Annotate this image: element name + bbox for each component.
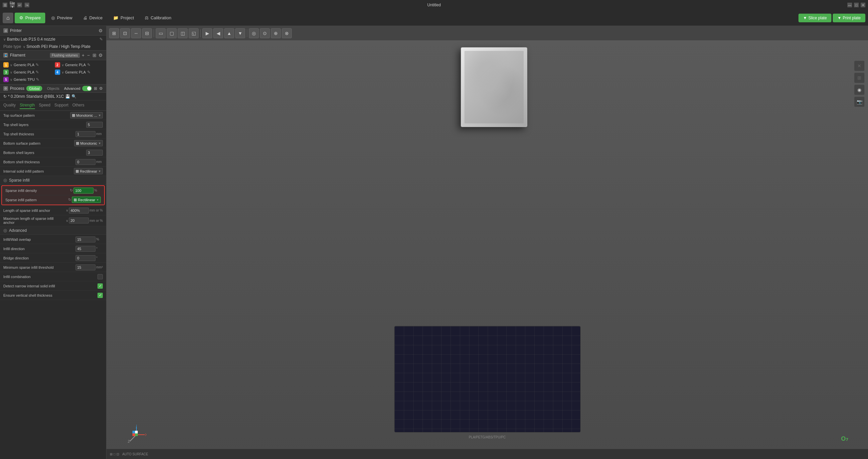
project-tab[interactable]: 📁 Project (108, 13, 138, 23)
vp-btn-10[interactable]: ◀ (213, 28, 223, 38)
vp-btn-15[interactable]: ⊕ (271, 28, 281, 38)
vp-btn-3[interactable]: ↔ (131, 28, 141, 38)
filament-item-3[interactable]: 3 ∨ Generic PLA ✎ (2, 69, 53, 75)
slice-button[interactable]: ▼ Slice plate (799, 13, 831, 22)
home-button[interactable]: ⌂ (3, 13, 13, 23)
calibration-tab[interactable]: ⚖ Calibration (140, 13, 176, 23)
process-compare-icon[interactable]: ⊞ (94, 86, 97, 91)
advanced-group-icon: ◎ (3, 228, 7, 233)
filament-item-1[interactable]: 1 ∨ Generic PLA ✎ (2, 62, 53, 68)
tab-support[interactable]: Support (54, 102, 68, 109)
remove-filament-button[interactable]: − (87, 52, 91, 59)
bottom-shell-layers-input[interactable] (86, 150, 103, 156)
detect-narrow-checkbox[interactable]: ✓ (97, 284, 103, 289)
printer-expand-icon[interactable]: ∨ (3, 38, 6, 41)
vp-btn-9[interactable]: ▶ (202, 28, 212, 38)
preview-tab[interactable]: ◎ Preview (46, 13, 77, 23)
svg-rect-9 (135, 431, 138, 433)
top-shell-thickness-value: mm (75, 131, 103, 137)
vp-btn-5[interactable]: ▭ (156, 28, 166, 38)
top-surface-pattern-dropdown[interactable]: ▦ Monotonic ... ▼ (70, 112, 103, 119)
process-settings-icon[interactable]: ⚙ (99, 86, 103, 91)
bottom-shell-thickness-input[interactable] (75, 159, 95, 165)
vp-btn-16[interactable]: ⊗ (282, 28, 292, 38)
filament-settings-icon[interactable]: ⚙ (98, 53, 103, 58)
bottom-surface-pattern-dropdown[interactable]: ▦ Monotonic ▼ (74, 140, 103, 146)
tab-speed[interactable]: Speed (39, 102, 51, 109)
min-sparse-infill-input[interactable] (75, 264, 95, 270)
close-button[interactable]: ✕ (861, 3, 865, 7)
ensure-vertical-checkbox[interactable]: ✓ (97, 293, 103, 298)
profile-save-icon[interactable]: 💾 (65, 94, 70, 99)
tab-strength[interactable]: Strength (20, 102, 35, 109)
add-filament-button[interactable]: + (81, 52, 85, 59)
flushing-volumes-button[interactable]: Flushing volumes (50, 53, 80, 58)
menu-button[interactable]: ☰ (3, 3, 7, 7)
vp-btn-8[interactable]: ◱ (189, 28, 198, 38)
filament-options-button[interactable]: ⊞ (92, 52, 97, 59)
internal-solid-infill-dropdown[interactable]: ▦ Rectilinear ▼ (74, 168, 103, 174)
device-label: Device (90, 15, 103, 20)
right-icon-2[interactable]: ◉ (854, 85, 865, 95)
filament-item-2[interactable]: 2 ∨ Generic PLA ✎ (54, 62, 104, 68)
prepare-tab[interactable]: ⚙ Prepare (14, 13, 45, 23)
maximize-button[interactable]: □ (854, 3, 859, 7)
filament-5-edit[interactable]: ✎ (36, 77, 39, 82)
filament-item-4[interactable]: 4 ∨ Generic PLA ✎ (54, 69, 104, 75)
filament-3-edit[interactable]: ✎ (36, 70, 39, 74)
right-icon-camera[interactable]: 📷 (854, 96, 865, 107)
vp-btn-13[interactable]: ◎ (249, 28, 259, 38)
vp-btn-7[interactable]: ◫ (178, 28, 188, 38)
max-anchor-length-input[interactable] (69, 218, 89, 224)
global-tab-pill[interactable]: Global (26, 86, 42, 91)
right-icon-close[interactable]: ✕ (854, 61, 865, 71)
objects-tab-pill[interactable]: Objects (44, 86, 62, 91)
vp-btn-11[interactable]: ▲ (224, 28, 234, 38)
vp-btn-4[interactable]: ⊟ (142, 28, 152, 38)
vp-btn-6[interactable]: ▢ (167, 28, 177, 38)
filament-icon: 🧵 (3, 53, 8, 58)
process-title-label: Process (10, 86, 24, 91)
plate-type-value[interactable]: ∨ Smooth PEI Plate / High Temp Plate (23, 44, 91, 49)
bridge-direction-input[interactable] (75, 255, 95, 261)
undo-button[interactable]: ↩ (17, 3, 22, 7)
tab-quality[interactable]: Quality (3, 102, 16, 109)
advanced-toggle[interactable] (82, 86, 92, 91)
origin-cube (132, 431, 141, 439)
dropdown-arrow: ▼ (98, 114, 101, 117)
calibration-icon: ⚖ (145, 15, 149, 20)
tab-others[interactable]: Others (72, 102, 84, 109)
device-tab[interactable]: 🖨 Device (79, 13, 107, 23)
profile-refresh-icon[interactable]: ↻ (3, 94, 7, 99)
filament-4-edit[interactable]: ✎ (87, 70, 91, 74)
3d-viewport[interactable]: ⊞ ⊡ ↔ ⊟ ▭ ▢ ◫ ◱ ▶ ◀ ▲ ▼ ◎ ⊙ ⊕ ⊗ (106, 26, 868, 459)
file-menu[interactable]: File ▾ (10, 3, 14, 7)
vp-btn-2[interactable]: ⊡ (120, 28, 130, 38)
vp-btn-12[interactable]: ▼ (235, 28, 245, 38)
calibration-label: Calibration (151, 15, 171, 20)
profile-search-icon[interactable]: 🔍 (71, 94, 76, 99)
printer-edit-icon[interactable]: ✎ (99, 37, 103, 41)
redo-button[interactable]: ↪ (25, 3, 29, 7)
minimize-button[interactable]: — (847, 3, 852, 7)
infill-direction-input[interactable] (75, 246, 95, 252)
sparse-infill-pattern-dropdown[interactable]: ▦ Rectilinear ▼ (72, 197, 101, 203)
infill-combination-checkbox[interactable] (97, 274, 103, 280)
top-shell-layers-input[interactable] (86, 122, 103, 128)
top-shell-thickness-input[interactable] (75, 131, 95, 137)
anchor-length-input[interactable] (69, 207, 89, 214)
filament-1-edit[interactable]: ✎ (36, 63, 39, 67)
profile-name: * 0.20mm Standard @BBL X1C (8, 94, 64, 99)
infill-wall-overlap-label: Infill/Wall overlap (3, 237, 75, 241)
printer-settings-icon[interactable]: ⚙ (98, 28, 103, 33)
print-button[interactable]: ▼ Print plate (833, 13, 865, 22)
filament-2-edit[interactable]: ✎ (87, 63, 91, 67)
vp-btn-14[interactable]: ⊙ (260, 28, 270, 38)
max-anchor-length-unit: mm or % (90, 219, 103, 223)
printer-title: 🖨 Printer (3, 28, 22, 33)
right-icon-1[interactable]: ⊞ (854, 72, 865, 83)
infill-wall-overlap-input[interactable] (75, 236, 95, 242)
filament-item-5[interactable]: 5 ∨ Generic TPU ✎ (2, 76, 53, 83)
vp-btn-1[interactable]: ⊞ (109, 28, 119, 38)
sparse-infill-density-input[interactable] (73, 188, 93, 194)
